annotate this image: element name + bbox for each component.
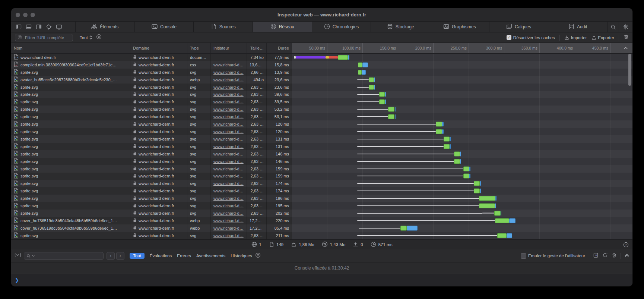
table-row[interactable]: sprite.svgwww.richard-dern.frsvgwww.rich… bbox=[11, 210, 632, 217]
table-row[interactable]: avatar_hu85ecc3e298728880b0bde2dcc4e5c23… bbox=[11, 76, 632, 84]
table-row[interactable]: sprite.svgwww.richard-dern.frsvgwww.rich… bbox=[11, 91, 632, 98]
waterfall-bar[interactable] bbox=[292, 113, 632, 120]
waterfall-bar[interactable] bbox=[292, 210, 632, 217]
initiator-link[interactable]: www.richard-d… bbox=[213, 233, 244, 238]
waterfall-bar[interactable] bbox=[292, 76, 632, 84]
waterfall-bar[interactable] bbox=[292, 173, 632, 180]
reload-icon[interactable] bbox=[602, 252, 608, 259]
initiator-link[interactable]: www.richard-d… bbox=[213, 78, 244, 82]
initiator-link[interactable]: www.richard-d… bbox=[213, 70, 244, 75]
initiator-link[interactable]: www.richard-d… bbox=[213, 137, 244, 141]
table-row[interactable]: sprite.svgwww.richard-dern.frsvgwww.rich… bbox=[11, 98, 632, 106]
console-prompt[interactable]: ❯ bbox=[11, 274, 632, 286]
dock-right-icon[interactable] bbox=[36, 24, 42, 30]
console-search-field[interactable] bbox=[24, 252, 104, 260]
table-row[interactable]: sprite.svgwww.richard-dern.frsvgwww.rich… bbox=[11, 106, 632, 113]
waterfall-bar[interactable] bbox=[292, 69, 632, 76]
tab-layers[interactable]: Calques bbox=[489, 22, 549, 32]
table-row[interactable]: sprite.svgwww.richard-dern.frsvgwww.rich… bbox=[11, 173, 632, 180]
url-filter-field[interactable] bbox=[15, 34, 73, 41]
import-button[interactable]: Importer bbox=[564, 35, 587, 40]
waterfall-bar[interactable] bbox=[292, 187, 632, 195]
table-row[interactable]: www.richard-dern.frwww.richard-dern.frdo… bbox=[11, 54, 632, 61]
waterfall-bar[interactable] bbox=[292, 98, 632, 106]
initiator-link[interactable]: www.richard-d… bbox=[213, 218, 244, 223]
waterfall-bar[interactable] bbox=[292, 165, 632, 173]
initiator-link[interactable]: www.richard-d… bbox=[213, 167, 244, 171]
table-row[interactable]: sprite.svgwww.richard-dern.frsvgwww.rich… bbox=[11, 150, 632, 158]
column-header-type[interactable]: Type bbox=[187, 43, 211, 53]
initiator-link[interactable]: www.richard-d… bbox=[213, 107, 244, 111]
dock-bottom-icon[interactable] bbox=[26, 24, 32, 30]
table-row[interactable]: cover_hu736519dc3b5040cfa48b6b559b6de6ec… bbox=[11, 217, 632, 224]
initiator-link[interactable]: www.richard-d… bbox=[213, 92, 244, 97]
waterfall-bar[interactable] bbox=[292, 120, 632, 128]
table-row[interactable]: cover_hu736519dc3b5040cfa48b6b559b6de6ec… bbox=[11, 224, 632, 232]
disable-caches-checkbox[interactable]: ✓ bbox=[507, 35, 511, 40]
table-row[interactable]: sprite.svgwww.richard-dern.frsvgwww.rich… bbox=[11, 187, 632, 195]
initiator-link[interactable]: www.richard-d… bbox=[213, 129, 244, 134]
waterfall-ruler[interactable]: 50,00 ms100,00 ms150,0 ms200,0 ms250,0 m… bbox=[292, 43, 632, 53]
initiator-link[interactable]: www.richard-d… bbox=[213, 114, 244, 119]
table-row[interactable]: sprite.svgwww.richard-dern.frsvgwww.rich… bbox=[11, 195, 632, 202]
initiator-link[interactable]: www.richard-d… bbox=[213, 100, 244, 104]
waterfall-bar[interactable] bbox=[292, 106, 632, 113]
initiator-link[interactable]: www.richard-d… bbox=[213, 144, 244, 149]
console-filter-icon[interactable] bbox=[255, 252, 261, 259]
tab-sources[interactable]: Sources bbox=[194, 22, 253, 32]
help-icon[interactable]: ? bbox=[623, 240, 629, 249]
initiator-link[interactable]: www.richard-d… bbox=[213, 196, 244, 201]
dock-left-icon[interactable] bbox=[16, 24, 22, 30]
initiator-link[interactable]: www.richard-d… bbox=[213, 152, 244, 156]
waterfall-bar[interactable] bbox=[292, 135, 632, 143]
table-row[interactable]: sprite.svgwww.richard-dern.frsvgwww.rich… bbox=[11, 202, 632, 210]
initiator-link[interactable]: www.richard-d… bbox=[213, 181, 244, 186]
waterfall-bar[interactable] bbox=[292, 224, 632, 232]
table-row[interactable]: csscompiled.min.38390909f303624ed9e1cf1b… bbox=[11, 61, 632, 69]
search-button[interactable] bbox=[607, 22, 619, 32]
tab-console[interactable]: Console bbox=[135, 22, 194, 32]
resource-type-select[interactable]: Tout bbox=[80, 35, 92, 40]
console-scope-évaluations[interactable]: Évaluations bbox=[150, 254, 172, 258]
table-row[interactable]: sprite.svgwww.richard-dern.frsvgwww.rich… bbox=[11, 128, 632, 135]
initiator-link[interactable]: www.richard-d… bbox=[213, 63, 244, 67]
initiator-link[interactable]: www.richard-d… bbox=[213, 174, 244, 178]
waterfall-bar[interactable] bbox=[292, 180, 632, 187]
table-row[interactable]: sprite.svgwww.richard-dern.frsvgwww.rich… bbox=[11, 165, 632, 173]
inspect-element-icon[interactable] bbox=[46, 24, 52, 30]
emulate-user-gesture-checkbox[interactable] bbox=[521, 253, 526, 259]
column-header-size[interactable]: Taille… bbox=[247, 43, 267, 53]
waterfall-bar[interactable] bbox=[292, 84, 632, 91]
initiator-link[interactable]: www.richard-d… bbox=[213, 159, 244, 164]
clear-network-items-icon[interactable] bbox=[624, 34, 629, 41]
table-row[interactable]: sprite.svgwww.richard-dern.frsvgwww.rich… bbox=[11, 158, 632, 165]
table-row[interactable]: sprite.svgwww.richard-dern.frsvgwww.rich… bbox=[11, 232, 632, 239]
settings-gear-button[interactable] bbox=[619, 22, 632, 32]
waterfall-bar[interactable] bbox=[292, 143, 632, 150]
filter-options-icon[interactable] bbox=[96, 34, 102, 41]
expand-console-icon[interactable] bbox=[625, 252, 629, 259]
tab-elements[interactable]: Éléments bbox=[76, 22, 135, 32]
column-header-duration[interactable]: Durée bbox=[267, 43, 292, 53]
initiator-link[interactable]: www.richard-d… bbox=[213, 211, 244, 215]
tab-graphics[interactable]: Graphismes bbox=[430, 22, 489, 32]
table-row[interactable]: sprite.svgwww.richard-dern.frsvgwww.rich… bbox=[11, 180, 632, 187]
initiator-link[interactable]: www.richard-d… bbox=[213, 226, 244, 230]
initiator-link[interactable]: www.richard-d… bbox=[213, 85, 244, 89]
table-row[interactable]: sprite.svgwww.richard-dern.frsvgwww.rich… bbox=[11, 84, 632, 91]
device-icon[interactable] bbox=[56, 24, 62, 30]
console-scope-historiques[interactable]: Historiques bbox=[231, 254, 252, 258]
waterfall-bar[interactable] bbox=[292, 202, 632, 210]
waterfall-bar[interactable] bbox=[292, 150, 632, 158]
previous-result-button[interactable]: ‹ bbox=[107, 252, 115, 260]
console-scope-erreurs[interactable]: Erreurs bbox=[177, 254, 191, 258]
collapse-waterfall-icon[interactable] bbox=[624, 43, 628, 53]
javascript-context-icon[interactable]: JS bbox=[593, 252, 599, 259]
waterfall-bar[interactable] bbox=[292, 128, 632, 135]
table-row[interactable]: sprite.svgwww.richard-dern.frsvgwww.rich… bbox=[11, 120, 632, 128]
waterfall-bar[interactable] bbox=[292, 217, 632, 224]
console-scope-avertissements[interactable]: Avertissements bbox=[196, 254, 225, 258]
console-pane-toggle-icon[interactable] bbox=[15, 252, 21, 259]
table-row[interactable]: sprite.svgwww.richard-dern.frsvgwww.rich… bbox=[11, 113, 632, 120]
clear-console-icon[interactable] bbox=[612, 252, 617, 259]
